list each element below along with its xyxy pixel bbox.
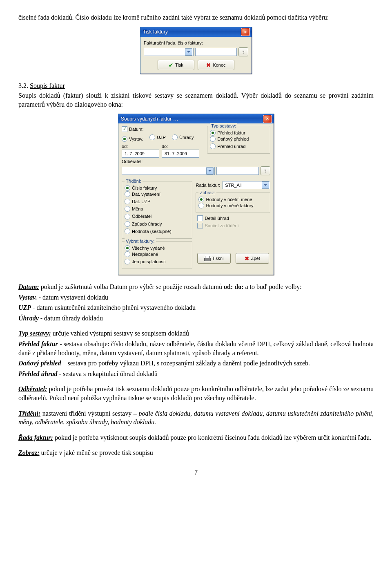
para-datum: Datum: pokud je zaškrtnutá volba Datum p… [18,282,374,291]
radio-dat-vystaveni[interactable]: Dat. vystavení [125,191,160,197]
x-icon: ✖ [206,62,211,69]
page-number: 7 [18,468,374,477]
typ-sestavy-label: Typ sestavy: [210,123,237,129]
od-date[interactable]: 1. 7 .2009 [122,150,159,158]
odberatel-combo[interactable] [122,167,215,175]
para-typ-sestavy: Typ sestavy: určuje vzhled výstupní sest… [18,329,374,338]
x-icon: ✖ [245,255,249,262]
radio-prehled-uhrad[interactable]: Přehled úhrad [210,143,245,150]
soucet-checkbox: Součet za třídění [197,223,238,229]
tiskni-button[interactable]: Tiskni [197,253,231,264]
radio-hodnota[interactable]: Hodnota (sestupně) [125,228,172,235]
odberatel-name[interactable] [216,167,259,175]
dialog-tisk-faktury: Tisk faktury × Fakturační řada, číslo fa… [140,27,252,74]
radio-danovy-prehled[interactable]: Daňový přehled [210,136,249,142]
para-rada: Řada faktur: pokud je potřeba vytisknout… [18,433,374,442]
trideni-label: Třídění: [125,178,143,184]
para-prehled-uhrad: Přehled úhrad - sestava s rekapitulací ú… [18,369,374,378]
radio-vystav[interactable]: Vystav. [122,136,143,142]
radio-cislo[interactable]: Číslo faktury [125,185,157,191]
rada-combo[interactable] [144,48,194,56]
radio-uzp[interactable]: UZP [149,134,166,141]
dialog-soupis-faktur: Soupis vydaných faktur × Datum: Vystav. … [118,114,274,275]
radio-odberatel[interactable]: Odběratel [125,213,151,219]
rada-combo[interactable]: STR_All [223,181,270,189]
chevron-down-icon[interactable] [262,181,269,189]
check-icon: ✔ [169,62,173,69]
dialog1-title: Tisk faktury [143,29,241,35]
section-intro: Soupis dokladů (faktur) slouží k získání… [18,91,374,109]
lookup-button[interactable]: ? [238,47,248,56]
line-vystav: Vystav. - datum vystavení dokladu [18,293,374,302]
vybrat-label: Vybrat faktury: [125,238,156,244]
cislo-input[interactable] [195,48,237,56]
zpet-button[interactable]: ✖Zpět [236,253,269,264]
radio-mena[interactable]: Měna [125,206,143,212]
para-prehled: Přehled faktur - sestava obsahuje: číslo… [18,340,374,357]
detail-uhrad-checkbox[interactable]: Detail úhrad [197,215,229,222]
close-icon[interactable]: × [241,28,250,36]
konec-button[interactable]: ✖Konec [198,60,234,70]
printer-icon [204,256,210,261]
dialog1-titlebar: Tisk faktury × [140,27,252,37]
line-uzp: UZP - datum uskutečnění zdanitelného pln… [18,303,374,312]
line-uhrady: Úhrady - datum úhrady dokladu [18,314,374,323]
section-heading: 3.2. Soupis faktur [18,81,374,90]
radio-ucetni-mena[interactable]: Hodnoty v účetní měně [198,197,252,203]
do-date[interactable]: 31. 7 .2009 [162,150,199,158]
odberatel-label: Odběratel: [122,159,270,165]
para-odberatel: Odběratel: pokud je potřeba provést tisk… [18,385,374,402]
radio-uhrady[interactable]: Úhrady [172,134,194,141]
para-zobraz: Zobraz: určuje v jaké měně se provede ti… [18,448,374,457]
radio-splatnost[interactable]: Jen po splatnosti [125,259,166,265]
dialog2-titlebar: Soupis vydaných faktur × [118,114,274,123]
radio-vsechny[interactable]: Všechny vydané [125,245,165,251]
chevron-down-icon[interactable] [206,167,214,175]
para-trideni: Třídění: nastavení třídění výstupní sest… [18,409,374,427]
zobraz-label: Zobraz: [198,190,216,196]
intro-paragraph: číselné řada dokladů. Číslo dokladu lze … [18,13,374,22]
radio-zpusob[interactable]: Způsob úhrady [125,221,162,227]
radio-dat-uzp[interactable]: Dat. UZP [125,199,150,205]
tisk-button[interactable]: ✔Tisk [158,60,194,70]
close-icon[interactable]: × [263,115,272,123]
rada-label: Řada faktur: [196,182,220,188]
radio-nezaplacene[interactable]: Nezaplacené [125,251,158,257]
odberatel-lookup[interactable]: ? [261,166,270,175]
datum-checkbox[interactable]: Datum: [122,126,143,132]
radio-prehled-faktur[interactable]: Přehled faktur [210,130,245,136]
dialog2-title: Soupis vydaných faktur [121,116,263,122]
para-danovy: Daňový přehled – sestava pro potřeby výk… [18,359,374,368]
chevron-down-icon[interactable] [185,48,192,56]
radio-mena-faktury[interactable]: Hodnoty v měně faktury [198,203,253,209]
dialog1-label: Fakturační řada, číslo faktury: [144,40,248,46]
